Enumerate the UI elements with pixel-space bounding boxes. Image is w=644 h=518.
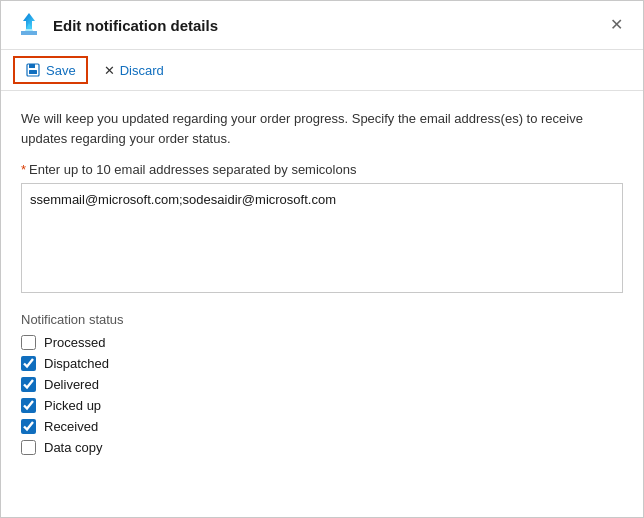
toolbar: Save ✕ Discard [1,50,643,91]
svg-rect-1 [29,64,35,68]
notification-status-label: Notification status [21,312,623,327]
discard-button[interactable]: ✕ Discard [92,57,176,84]
discard-label: Discard [120,63,164,78]
checkbox-list: ProcessedDispatchedDeliveredPicked upRec… [21,335,623,455]
description-text: We will keep you updated regarding your … [21,109,623,148]
checkbox-item-picked-up: Picked up [21,398,623,413]
checkbox-label-dispatched: Dispatched [44,356,109,371]
checkbox-item-processed: Processed [21,335,623,350]
checkbox-item-data-copy: Data copy [21,440,623,455]
discard-x-icon: ✕ [104,63,115,78]
dialog-header: Edit notification details ✕ [1,1,643,50]
save-button[interactable]: Save [13,56,88,84]
dialog-title: Edit notification details [53,17,604,34]
checkbox-label-delivered: Delivered [44,377,99,392]
save-icon [25,62,41,78]
svg-rect-2 [29,70,37,74]
checkbox-item-delivered: Delivered [21,377,623,392]
required-asterisk: * [21,162,26,177]
checkbox-item-received: Received [21,419,623,434]
checkbox-data-copy[interactable] [21,440,36,455]
edit-notification-dialog: Edit notification details ✕ Save ✕ Disca… [0,0,644,518]
checkbox-label-data-copy: Data copy [44,440,103,455]
checkbox-dispatched[interactable] [21,356,36,371]
checkbox-processed[interactable] [21,335,36,350]
email-input[interactable] [21,183,623,293]
close-button[interactable]: ✕ [604,15,629,35]
checkbox-item-dispatched: Dispatched [21,356,623,371]
dialog-body: We will keep you updated regarding your … [1,91,643,517]
checkbox-label-processed: Processed [44,335,105,350]
azure-icon [15,11,43,39]
checkbox-picked-up[interactable] [21,398,36,413]
checkbox-label-received: Received [44,419,98,434]
checkbox-received[interactable] [21,419,36,434]
save-label: Save [46,63,76,78]
field-label: *Enter up to 10 email addresses separate… [21,162,623,177]
checkbox-delivered[interactable] [21,377,36,392]
checkbox-label-picked-up: Picked up [44,398,101,413]
